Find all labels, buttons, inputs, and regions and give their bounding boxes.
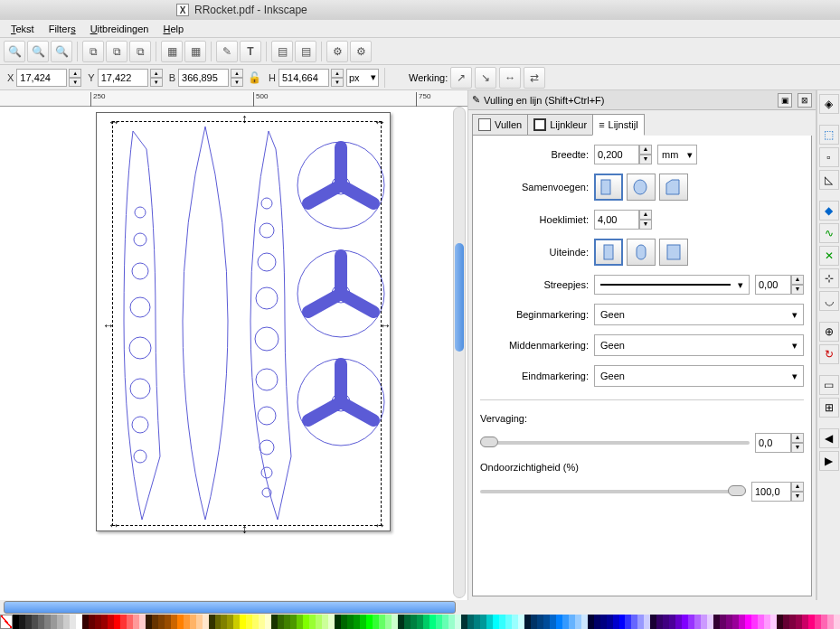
swatch[interactable] [82, 615, 89, 629]
swatch[interactable] [720, 615, 726, 629]
snap-rotation-icon[interactable]: ↻ [819, 344, 839, 364]
swatch[interactable] [152, 615, 158, 629]
swatch[interactable] [796, 615, 802, 629]
swatch[interactable] [467, 615, 474, 629]
ungroup-icon[interactable]: ▦ [184, 41, 206, 62]
menu-uitbreidingen[interactable]: Uitbreidingen [85, 22, 155, 36]
swatch[interactable] [575, 615, 581, 629]
swatch[interactable] [165, 615, 171, 629]
begin-marker-selector[interactable]: Geen▾ [594, 304, 804, 325]
swatch[interactable] [631, 615, 637, 629]
swatch[interactable] [834, 615, 840, 629]
swatch[interactable] [404, 615, 411, 629]
x-input[interactable] [16, 69, 67, 87]
w-spinner[interactable]: ▲▼ [231, 69, 243, 87]
swatch[interactable] [278, 615, 284, 629]
swatch[interactable] [32, 615, 38, 629]
swatch[interactable] [802, 615, 808, 629]
swatch[interactable] [190, 615, 196, 629]
swatch[interactable] [442, 615, 448, 629]
handle-e[interactable]: ↔ [379, 318, 392, 333]
swatch[interactable] [108, 615, 114, 629]
width-unit-selector[interactable]: mm▾ [657, 145, 697, 164]
cap-square-button[interactable] [659, 239, 688, 266]
text-properties-icon[interactable]: T [240, 41, 261, 62]
swatch[interactable] [379, 615, 385, 629]
swatch[interactable] [341, 615, 347, 629]
swatch[interactable] [89, 615, 95, 629]
xml-editor-icon[interactable]: ▤ [271, 41, 293, 62]
cap-round-button[interactable] [627, 239, 656, 266]
swatch[interactable] [675, 615, 682, 629]
swatch[interactable] [815, 615, 821, 629]
handle-nw[interactable]: ↔ [108, 115, 120, 129]
clone-icon[interactable]: ⧉ [106, 41, 127, 62]
swatch[interactable] [448, 615, 455, 629]
scroll-left-icon[interactable]: ◀ [819, 428, 839, 448]
snap-path-icon[interactable]: ∿ [819, 223, 839, 243]
swatch[interactable] [252, 615, 259, 629]
swatch[interactable] [429, 615, 436, 629]
snap-intersection-icon[interactable]: ✕ [819, 246, 839, 266]
swatch[interactable] [366, 615, 373, 629]
swatch[interactable] [184, 615, 190, 629]
fill-stroke-icon[interactable]: ✎ [216, 41, 238, 62]
swatch[interactable] [588, 615, 594, 629]
swatch[interactable] [13, 615, 19, 629]
swatch[interactable] [177, 615, 184, 629]
swatch[interactable] [524, 615, 531, 629]
swatch[interactable] [518, 615, 524, 629]
snap-bbox-edge-icon[interactable]: ▫ [819, 147, 839, 167]
handle-n[interactable]: ↕ [241, 111, 248, 126]
swatch[interactable] [486, 615, 493, 629]
swatch[interactable] [240, 615, 246, 629]
swatch[interactable] [581, 615, 588, 629]
duplicate-icon[interactable]: ⧉ [82, 41, 104, 62]
swatch[interactable] [95, 615, 101, 629]
swatch[interactable] [461, 615, 467, 629]
swatch[interactable] [133, 615, 139, 629]
swatch[interactable] [139, 615, 146, 629]
snap-bbox-corner-icon[interactable]: ◺ [819, 170, 839, 190]
swatch[interactable] [607, 615, 613, 629]
w-input[interactable] [178, 69, 229, 87]
swatch[interactable] [19, 615, 25, 629]
handle-w[interactable]: ↔ [102, 318, 115, 333]
swatch[interactable] [398, 615, 404, 629]
blur-slider[interactable] [480, 441, 750, 445]
swatch[interactable] [316, 615, 322, 629]
horizontal-scrollbar[interactable] [4, 601, 456, 614]
swatch[interactable] [322, 615, 328, 629]
swatch[interactable] [360, 615, 366, 629]
minimize-dialog-icon[interactable]: ▣ [778, 93, 792, 108]
swatch[interactable] [808, 615, 815, 629]
mid-marker-selector[interactable]: Geen▾ [594, 334, 804, 356]
snap-page-icon[interactable]: ▭ [819, 375, 839, 395]
swatch[interactable] [663, 615, 669, 629]
swatch[interactable] [70, 615, 76, 629]
snap-center-icon[interactable]: ⊕ [819, 322, 839, 342]
swatch[interactable] [726, 615, 732, 629]
swatch[interactable] [303, 615, 309, 629]
swatch[interactable] [600, 615, 607, 629]
transform-mode2-icon[interactable]: ↘ [475, 67, 496, 89]
swatch[interactable] [265, 615, 271, 629]
swatch[interactable] [373, 615, 379, 629]
tab-stroke-style[interactable]: ≡ Lijnstijl [592, 114, 644, 136]
swatch[interactable] [38, 615, 44, 629]
zoom-selection-icon[interactable]: 🔍 [4, 41, 25, 62]
snap-node-icon[interactable]: ◆ [819, 201, 839, 221]
swatch[interactable] [713, 615, 720, 629]
swatch[interactable] [707, 615, 713, 629]
swatch[interactable] [777, 615, 783, 629]
scroll-right-icon[interactable]: ▶ [819, 451, 839, 471]
zoom-page-icon[interactable]: 🔍 [51, 41, 72, 62]
swatch[interactable] [284, 615, 290, 629]
swatch[interactable] [455, 615, 461, 629]
swatch[interactable] [411, 615, 417, 629]
y-spinner[interactable]: ▲▼ [150, 69, 163, 87]
swatch[interactable] [594, 615, 600, 629]
snap-cusp-icon[interactable]: ⊹ [819, 268, 839, 288]
swatch[interactable] [290, 615, 297, 629]
document-properties-icon[interactable]: ⚙ [350, 41, 372, 62]
